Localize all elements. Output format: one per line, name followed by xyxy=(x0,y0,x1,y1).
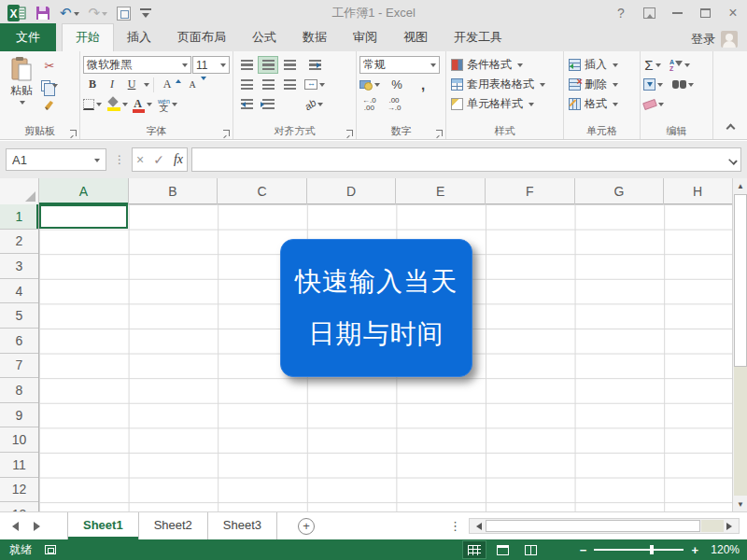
row-header-13[interactable]: 13 xyxy=(0,502,38,511)
copy-button[interactable] xyxy=(40,77,59,94)
row-header-1[interactable]: 1 xyxy=(0,204,38,230)
undo-dropdown-arrow-icon[interactable] xyxy=(74,12,79,19)
cell-styles-button[interactable]: 单元格样式 xyxy=(449,94,560,114)
vertical-scrollbar-track[interactable] xyxy=(734,367,747,496)
sheet-tab-sheet2[interactable]: Sheet2 xyxy=(139,512,208,539)
font-name-dropdown-icon[interactable] xyxy=(182,63,188,70)
font-name-combo[interactable]: 微软雅黑 xyxy=(83,56,191,74)
clear-button[interactable] xyxy=(643,95,664,113)
tab-formulas[interactable]: 公式 xyxy=(239,24,289,51)
undo-button[interactable]: ↶ xyxy=(60,5,79,21)
increase-font-size-button[interactable]: A xyxy=(158,76,176,93)
sheet-tab-sheet3[interactable]: Sheet3 xyxy=(208,512,277,539)
close-button[interactable]: × xyxy=(719,0,747,26)
sheet-tab-sheet1[interactable]: Sheet1 xyxy=(67,512,139,539)
page-layout-view-button[interactable] xyxy=(490,540,514,559)
customize-qat-button[interactable] xyxy=(140,8,151,18)
redo-dropdown-arrow-icon[interactable] xyxy=(102,12,107,19)
increase-indent-button[interactable] xyxy=(258,95,278,113)
column-header-c[interactable]: C xyxy=(218,178,307,204)
column-header-h[interactable]: H xyxy=(664,178,731,204)
scroll-down-icon[interactable]: ▼ xyxy=(733,497,747,511)
tab-review[interactable]: 审阅 xyxy=(340,24,390,51)
vertical-scrollbar-thumb[interactable] xyxy=(734,194,747,367)
italic-button[interactable]: I xyxy=(103,76,121,93)
cancel-button[interactable]: × xyxy=(136,152,144,167)
column-header-g[interactable]: G xyxy=(575,178,665,204)
font-size-dropdown-icon[interactable] xyxy=(220,63,226,70)
find-select-button[interactable] xyxy=(672,76,694,93)
horizontal-scrollbar-track[interactable] xyxy=(701,520,724,532)
font-size-combo[interactable]: 11 xyxy=(192,56,230,74)
font-color-button[interactable]: A xyxy=(134,95,152,113)
minimize-button[interactable] xyxy=(663,0,691,26)
borders-button[interactable] xyxy=(83,95,102,113)
row-header-4[interactable]: 4 xyxy=(0,279,38,304)
autosum-button[interactable]: Σ xyxy=(643,56,662,74)
row-header-9[interactable]: 9 xyxy=(0,403,38,428)
column-header-b[interactable]: B xyxy=(129,178,218,204)
tab-insert[interactable]: 插入 xyxy=(114,24,164,51)
vertical-scrollbar[interactable]: ▲ ▼ xyxy=(732,178,747,511)
tab-data[interactable]: 数据 xyxy=(289,24,340,51)
align-right-button[interactable] xyxy=(279,76,300,93)
horizontal-scrollbar[interactable] xyxy=(469,518,740,534)
percent-style-button[interactable]: % xyxy=(388,76,406,93)
conditional-formatting-button[interactable]: 条件格式 xyxy=(449,55,560,75)
row-header-11[interactable]: 11 xyxy=(0,453,38,478)
cut-button[interactable]: ✂ xyxy=(40,57,59,75)
maximize-button[interactable] xyxy=(691,0,719,26)
format-as-table-button[interactable]: 套用表格格式 xyxy=(449,75,560,94)
underline-button[interactable]: U xyxy=(122,76,141,93)
phonetic-guide-button[interactable]: wén 文 xyxy=(158,95,177,113)
horizontal-scrollbar-thumb[interactable] xyxy=(486,520,700,532)
formula-bar-dots-icon[interactable]: ⋮ xyxy=(110,153,128,166)
ribbon-display-options-button[interactable] xyxy=(635,0,663,26)
format-painter-button[interactable] xyxy=(40,96,59,114)
macro-record-icon[interactable] xyxy=(45,545,56,554)
scroll-up-icon[interactable]: ▲ xyxy=(733,178,747,193)
top-align-button[interactable] xyxy=(236,56,257,74)
zoom-out-button[interactable]: − xyxy=(580,543,587,557)
font-dialog-launcher[interactable] xyxy=(223,130,230,136)
active-cell-a1[interactable] xyxy=(39,204,128,229)
decrease-font-size-button[interactable]: A xyxy=(183,76,202,93)
decrease-indent-button[interactable] xyxy=(236,95,257,113)
tab-developer[interactable]: 开发工具 xyxy=(441,24,515,51)
tab-file[interactable]: 文件 xyxy=(0,23,56,51)
delete-cells-button[interactable]: 删除 xyxy=(567,75,637,94)
insert-function-button[interactable]: fx xyxy=(174,152,183,167)
row-header-6[interactable]: 6 xyxy=(0,329,38,354)
accounting-format-button[interactable] xyxy=(359,76,380,93)
increase-decimal-button[interactable]: ←.0 .00 xyxy=(359,97,379,112)
fill-color-button[interactable] xyxy=(107,95,128,113)
underline-dropdown-arrow-icon[interactable] xyxy=(144,83,149,90)
row-header-7[interactable]: 7 xyxy=(0,354,38,379)
align-left-button[interactable] xyxy=(236,76,257,93)
paste-button[interactable]: 粘贴 xyxy=(3,55,40,114)
bottom-align-button[interactable] xyxy=(279,56,300,74)
new-sheet-button[interactable]: + xyxy=(298,518,315,535)
align-center-button[interactable] xyxy=(258,76,278,93)
scroll-left-icon[interactable] xyxy=(470,519,485,533)
zoom-slider-thumb[interactable] xyxy=(650,545,654,554)
name-box[interactable]: A1 xyxy=(6,148,106,171)
zoom-level[interactable]: 120% xyxy=(706,543,740,556)
sign-in-button[interactable]: 登录 xyxy=(682,31,747,51)
expand-formula-bar-icon[interactable] xyxy=(728,156,738,165)
scroll-right-icon[interactable] xyxy=(724,519,739,533)
zoom-slider[interactable] xyxy=(594,549,684,551)
row-header-2[interactable]: 2 xyxy=(0,230,38,255)
help-button[interactable]: ? xyxy=(607,0,635,26)
formula-input[interactable] xyxy=(191,147,741,172)
insert-cells-button[interactable]: 插入 xyxy=(567,55,637,75)
merge-center-button[interactable] xyxy=(304,76,325,93)
select-all-corner[interactable] xyxy=(0,178,39,204)
sheet-bar-dots-icon[interactable]: ⋮ xyxy=(442,519,469,533)
zoom-in-button[interactable]: + xyxy=(691,543,698,557)
row-header-5[interactable]: 5 xyxy=(0,303,38,329)
touch-mouse-mode-button[interactable] xyxy=(117,7,131,21)
sort-filter-button[interactable]: AZ xyxy=(669,56,690,74)
row-header-8[interactable]: 8 xyxy=(0,378,38,403)
row-header-10[interactable]: 10 xyxy=(0,427,38,453)
